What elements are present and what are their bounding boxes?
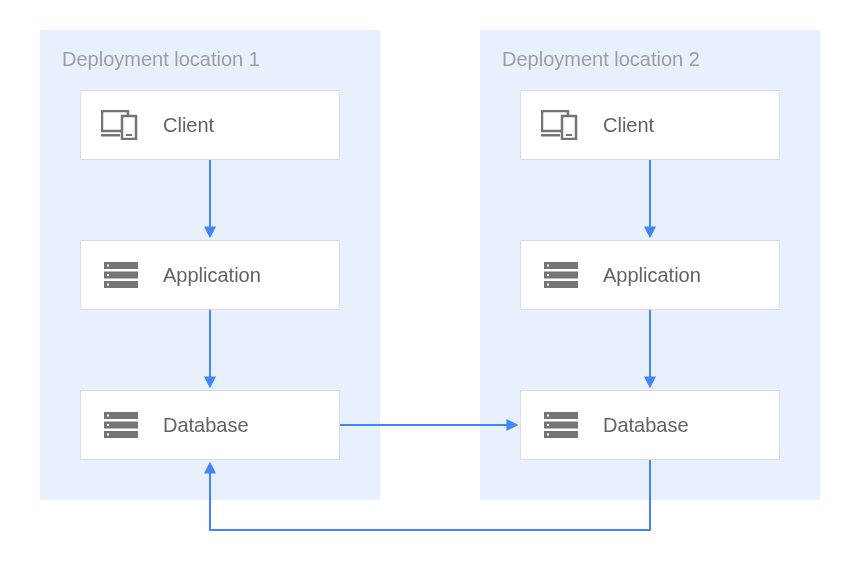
server-icon [101, 260, 141, 290]
svg-rect-7 [107, 265, 109, 267]
svg-rect-24 [547, 274, 549, 276]
svg-rect-10 [104, 412, 138, 419]
svg-rect-4 [104, 262, 138, 269]
svg-rect-12 [104, 431, 138, 438]
client-icon [541, 110, 581, 140]
server-icon [101, 410, 141, 440]
svg-rect-31 [547, 434, 549, 436]
client-icon [101, 110, 141, 140]
svg-rect-14 [107, 424, 109, 426]
node-label: Database [603, 414, 689, 437]
node-application-1: Application [80, 240, 340, 310]
server-icon [541, 410, 581, 440]
node-label: Client [603, 114, 654, 137]
server-icon [541, 260, 581, 290]
svg-rect-6 [104, 281, 138, 288]
svg-rect-22 [544, 281, 578, 288]
svg-rect-5 [104, 272, 138, 279]
node-application-2: Application [520, 240, 780, 310]
svg-rect-18 [566, 134, 572, 136]
node-database-1: Database [80, 390, 340, 460]
node-database-2: Database [520, 390, 780, 460]
node-label: Application [163, 264, 261, 287]
svg-rect-15 [107, 434, 109, 436]
svg-rect-29 [547, 415, 549, 417]
node-client-2: Client [520, 90, 780, 160]
node-label: Database [163, 414, 249, 437]
svg-rect-13 [107, 415, 109, 417]
svg-rect-11 [104, 422, 138, 429]
svg-rect-26 [544, 412, 578, 419]
svg-rect-23 [547, 265, 549, 267]
svg-rect-28 [544, 431, 578, 438]
node-label: Application [603, 264, 701, 287]
svg-rect-30 [547, 424, 549, 426]
svg-rect-20 [544, 262, 578, 269]
svg-rect-2 [126, 134, 132, 136]
region-title-1: Deployment location 1 [62, 48, 260, 71]
svg-rect-8 [107, 274, 109, 276]
region-title-2: Deployment location 2 [502, 48, 700, 71]
svg-rect-3 [101, 134, 120, 137]
svg-rect-27 [544, 422, 578, 429]
svg-rect-21 [544, 272, 578, 279]
svg-rect-25 [547, 284, 549, 286]
node-client-1: Client [80, 90, 340, 160]
svg-rect-9 [107, 284, 109, 286]
node-label: Client [163, 114, 214, 137]
svg-rect-19 [541, 134, 560, 137]
